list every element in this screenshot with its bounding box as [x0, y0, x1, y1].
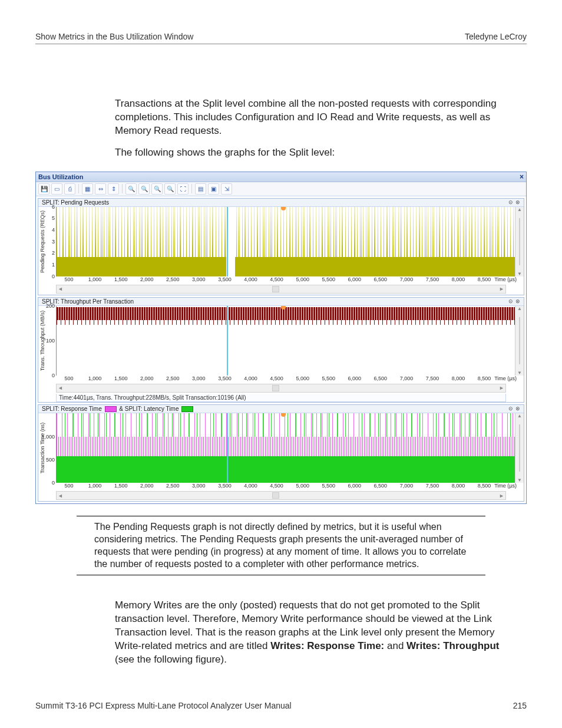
fit-height-icon[interactable]: ⇕ [108, 183, 119, 195]
horizontal-scrollbar[interactable]: ◄► [56, 384, 506, 393]
x-tick: 3,000 [192, 483, 206, 489]
pane-collapse-icon[interactable]: ⊝ [508, 199, 513, 205]
full-icon[interactable]: ▣ [208, 183, 219, 195]
x-tick: 8,000 [452, 483, 465, 489]
close-icon[interactable]: × [520, 173, 524, 181]
x-tick: 6,500 [374, 483, 388, 489]
x-tick: 4,000 [244, 483, 257, 489]
legend-swatch-latency [181, 406, 193, 412]
paragraph-1: Transactions at the Split level combine … [115, 97, 521, 138]
tile-icon[interactable]: ▤ [195, 183, 206, 195]
separator [122, 184, 123, 193]
x-tick: 8,500 [478, 483, 491, 489]
save-icon[interactable]: 💾 [38, 183, 49, 195]
vertical-scrollbar[interactable]: ▲▼ [515, 207, 524, 276]
x-tick: 3,500 [218, 276, 232, 282]
pane-collapse-icon[interactable]: ⊝ [508, 406, 513, 411]
y-tick: 1,000 [41, 434, 55, 440]
pane2-yaxis: 0100200 [47, 306, 57, 375]
zoom-out-icon[interactable]: 🔍 [138, 183, 150, 195]
pane1-xaxis: Time (µs) 5001,0001,5002,0002,5003,0003,… [56, 276, 515, 285]
legend-swatch-response [105, 406, 117, 412]
para3-post: (see the following figure). [115, 654, 227, 665]
paragraph-3: Memory Writes are the only (posted) requ… [115, 599, 521, 667]
x-tick: 2,000 [140, 276, 154, 282]
y-tick: 6 [52, 204, 55, 210]
y-tick: 0 [52, 274, 55, 279]
x-tick: 8,000 [452, 375, 465, 381]
zoom-in-icon[interactable]: 🔍 [125, 183, 137, 195]
horizontal-scrollbar[interactable]: ◄► [56, 285, 506, 294]
x-tick: 1,000 [88, 483, 102, 489]
cursor-line[interactable] [227, 413, 228, 483]
export-icon[interactable]: ⇲ [221, 183, 232, 195]
x-tick: 7,500 [426, 483, 439, 489]
bu-toolbar: 💾 ▭ ⎙ ▦ ⇔ ⇕ 🔍 🔍 🔍 🔍 ⛶ ▤ ▣ ⇲ [36, 182, 526, 196]
pane-response-latency: SPLIT: Response Time & SPLIT: Latency Ti… [38, 404, 524, 502]
pane-close-icon[interactable]: ⊗ [515, 199, 520, 205]
x-tick: 7,000 [400, 483, 414, 489]
y-tick: 2 [52, 250, 55, 256]
footer-left: Summit T3-16 PCI Express Multi-Lane Prot… [35, 701, 292, 710]
y-tick: 4 [52, 227, 55, 233]
x-tick: 4,500 [270, 276, 283, 282]
rect-icon[interactable]: ▭ [51, 183, 62, 195]
x-tick: 7,500 [426, 276, 439, 282]
x-tick: 2,000 [140, 483, 154, 489]
note-box: The Pending Requests graph is not direct… [77, 516, 485, 575]
pane2-xaxis: Time (µs) 5001,0001,5002,0002,5003,0003,… [56, 375, 515, 384]
header-left: Show Metrics in the Bus Utilization Wind… [35, 32, 193, 41]
grid-icon[interactable]: ▦ [82, 183, 93, 195]
bus-utilization-window: Bus Utilization × 💾 ▭ ⎙ ▦ ⇔ ⇕ 🔍 🔍 🔍 🔍 ⛶ … [35, 172, 527, 504]
vertical-scrollbar[interactable]: ▲▼ [515, 306, 524, 375]
print-icon[interactable]: ⎙ [64, 183, 75, 195]
x-tick: 1,500 [114, 276, 128, 282]
cursor-line[interactable] [227, 306, 228, 375]
vertical-scrollbar[interactable]: ▲▼ [515, 413, 524, 483]
y-tick: 5 [52, 215, 55, 221]
x-tick: 4,000 [244, 375, 257, 381]
x-tick: 2,500 [166, 276, 180, 282]
x-tick: 7,000 [400, 276, 414, 282]
expand-icon[interactable]: ⛶ [177, 183, 189, 195]
zoom-reset-icon[interactable]: 🔍 [164, 183, 176, 195]
footer-page: 215 [513, 701, 527, 710]
x-tick: 4,500 [270, 375, 283, 381]
pane-close-icon[interactable]: ⊗ [515, 298, 520, 304]
pane2-ylabel: Trans. Throughput (MB/s) [39, 310, 45, 371]
pane2-plot[interactable] [57, 306, 515, 375]
x-tick: 1,000 [88, 276, 102, 282]
x-tick: 2,500 [166, 483, 180, 489]
x-tick: 7,000 [400, 375, 414, 381]
pane-pending-requests: SPLIT: Pending Requests ⊝ ⊗ Pending Requ… [38, 198, 524, 295]
horizontal-scrollbar[interactable]: ◄► [56, 491, 506, 500]
y-tick: 3 [52, 239, 55, 245]
x-tick: 5,000 [296, 483, 309, 489]
paragraph-2: The following shows the graphs for the S… [115, 146, 521, 160]
pane2-status: Time:4401µs, Trans. Throughput:228MB/s, … [56, 394, 506, 402]
cursor-line[interactable] [227, 207, 228, 276]
x-tick: 500 [65, 276, 74, 282]
fit-width-icon[interactable]: ⇔ [95, 183, 106, 195]
para3-bold-2: Writes: Throughput [406, 640, 499, 651]
x-axis-label: Time (µs) [494, 375, 517, 381]
x-tick: 3,000 [192, 375, 206, 381]
pane3-xaxis: Time (µs) 5001,0001,5002,0002,5003,0003,… [56, 483, 515, 491]
pane3-plot[interactable] [57, 413, 515, 483]
x-tick: 5,000 [296, 276, 309, 282]
pane1-plot[interactable] [57, 207, 515, 276]
pane-close-icon[interactable]: ⊗ [515, 406, 520, 411]
x-tick: 8,500 [478, 276, 491, 282]
zoom-select-icon[interactable]: 🔍 [151, 183, 163, 195]
x-tick: 1,500 [114, 483, 128, 489]
x-tick: 6,500 [374, 276, 388, 282]
y-tick: 100 [46, 338, 55, 344]
x-tick: 8,500 [478, 375, 491, 381]
x-tick: 3,000 [192, 276, 206, 282]
pane3-yaxis: 05001,000 [47, 413, 57, 483]
bu-titlebar[interactable]: Bus Utilization × [36, 172, 526, 182]
x-tick: 6,000 [348, 483, 362, 489]
x-tick: 5,500 [322, 276, 335, 282]
pane-collapse-icon[interactable]: ⊝ [508, 298, 513, 304]
pane1-yaxis: 0123456 [47, 207, 57, 276]
